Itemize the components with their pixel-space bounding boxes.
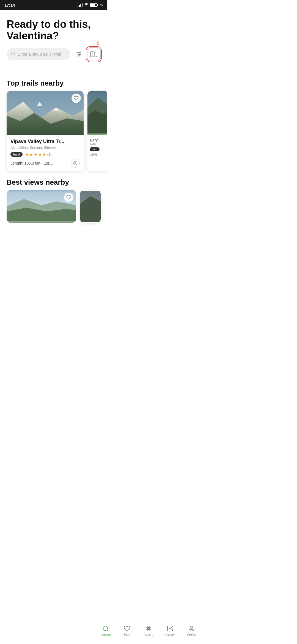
greeting-section: Ready to do this, Valentina? Enter a cit… xyxy=(0,10,107,68)
svg-marker-8 xyxy=(90,51,97,57)
trail-card-1-location: Ajdovščina, Sežana, Slovenia xyxy=(10,146,80,150)
views-card-2[interactable] xyxy=(80,190,101,223)
best-views-section: Best views nearby xyxy=(0,174,107,223)
best-views-header: Best views nearby xyxy=(0,174,107,190)
battery-icon xyxy=(90,3,97,7)
svg-point-5 xyxy=(77,52,78,53)
wifi-icon xyxy=(84,3,89,7)
star-3: ★ xyxy=(34,152,37,157)
svg-point-7 xyxy=(78,55,79,56)
trail-card-1-difficulty: hard xyxy=(10,152,23,157)
trail-card-1-title: Vipava Valley Ultra Tr... xyxy=(10,139,80,144)
trail-card-2-difficulty: hard xyxy=(90,147,100,151)
trail-card-1-length: Length: 105,3 km · Est. ... xyxy=(10,161,54,165)
star-1: ★ xyxy=(25,152,29,157)
svg-marker-20 xyxy=(87,110,107,133)
status-bar: 17:14 75 xyxy=(0,0,107,10)
trail-card-1[interactable]: Vipava Valley Ultra Tr... Ajdovščina, Se… xyxy=(7,91,84,171)
trail-card-2-body: UTV Ajdo hard Leng xyxy=(87,135,107,159)
svg-point-0 xyxy=(12,52,15,55)
trail-card-2[interactable]: UTV Ajdo hard Leng xyxy=(87,91,107,171)
signal-bars-icon xyxy=(78,3,82,7)
battery-level: 75 xyxy=(100,3,103,7)
main-content: Ready to do this, Valentina? Enter a cit… xyxy=(0,10,107,250)
views-card-1-image xyxy=(7,190,76,223)
trail-card-2-location: Ajdo xyxy=(90,142,106,146)
status-time: 17:14 xyxy=(4,3,15,7)
trail-card-1-body: Vipava Valley Ultra Tr... Ajdovščina, Se… xyxy=(7,135,84,171)
views-card-1-favorite[interactable] xyxy=(64,193,73,202)
trail-card-1-download[interactable] xyxy=(71,159,80,168)
top-trails-header: Top trails nearby xyxy=(0,75,107,91)
annotation-arrow: ⇩ xyxy=(96,40,101,47)
trail-card-1-image xyxy=(7,91,84,135)
star-4: ★ xyxy=(38,152,42,157)
greeting-title: Ready to do this, Valentina? xyxy=(7,19,101,42)
search-placeholder: Enter a city, park or trail xyxy=(18,52,61,56)
search-input-container[interactable]: Enter a city, park or trail xyxy=(7,48,70,60)
map-button[interactable] xyxy=(87,47,101,61)
trail-cards-scroll: Vipava Valley Ultra Tr... Ajdovščina, Se… xyxy=(0,91,107,171)
trail-card-2-length: Leng xyxy=(90,152,106,156)
trail-card-1-length-row: Length: 105,3 km · Est. ... xyxy=(10,159,80,168)
trail-card-1-favorite[interactable] xyxy=(72,94,81,103)
trail-card-1-reviews: (1) xyxy=(47,152,52,157)
trail-card-2-image xyxy=(87,91,107,135)
search-row: Enter a city, park or trail ⇩ xyxy=(7,47,101,61)
trail-card-1-stars: ★ ★ ★ ★ ★ (1) xyxy=(25,152,52,157)
section-divider xyxy=(0,71,107,71)
star-2: ★ xyxy=(29,152,33,157)
views-card-1[interactable] xyxy=(7,190,76,223)
star-5-half: ★ xyxy=(42,152,46,157)
filter-button[interactable] xyxy=(73,49,84,60)
search-icon xyxy=(11,51,15,57)
trail-card-2-title: UTV xyxy=(90,138,106,142)
status-icons: 75 xyxy=(78,3,103,7)
svg-point-6 xyxy=(79,54,81,55)
trail-card-1-meta: hard ★ ★ ★ ★ ★ (1) xyxy=(10,152,80,157)
map-button-container: ⇩ xyxy=(87,47,101,61)
svg-line-1 xyxy=(14,54,15,55)
